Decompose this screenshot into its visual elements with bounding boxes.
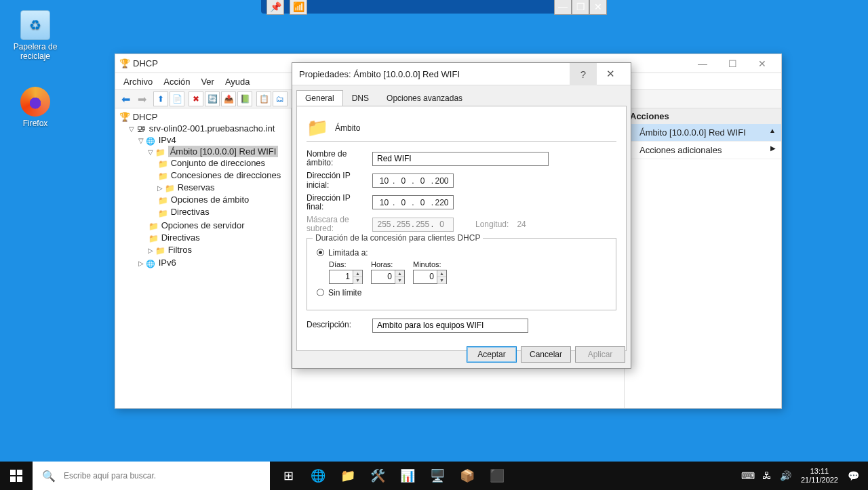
start-button[interactable] [0, 462, 33, 490]
firefox-icon[interactable]: Firefox [12, 87, 58, 128]
minutes-label: Minutos: [413, 260, 447, 268]
tb-refresh-icon[interactable]: 🔄 [205, 91, 220, 106]
tab-dns[interactable]: DNS [343, 90, 378, 106]
tb-extra1-icon[interactable]: 📋 [256, 91, 271, 106]
task-view-icon[interactable]: ⊞ [274, 462, 302, 490]
mask-label: Máscara de subred: [307, 216, 364, 233]
tree-ipv6[interactable]: ▷ IPv6 [138, 257, 287, 269]
explorer-icon[interactable]: 📁 [334, 462, 362, 490]
signal-icon: 📶 [290, 0, 307, 15]
length-label: Longitud: [475, 220, 509, 229]
desc-label: Descripción: [307, 321, 364, 329]
radio-off-icon [317, 289, 324, 296]
recycle-bin-label: Papelera de reciclaje [12, 42, 58, 61]
tree-filters[interactable]: ▷ Filtros [148, 244, 287, 256]
search-placeholder: Escribe aquí para buscar. [64, 471, 156, 481]
menu-accion[interactable]: Acción [158, 75, 195, 88]
pin-icon[interactable]: 📌 [267, 0, 284, 15]
server-manager-icon[interactable]: 🛠️ [363, 462, 392, 490]
tree-ipv4[interactable]: ▽ IPv4 ▽ Ámbito [10.0.0.0] Red WIFI Conj… [138, 134, 287, 257]
taskbar-clock[interactable]: 13:11 21/11/2022 [795, 467, 844, 484]
connbar-close[interactable]: ✕ [589, 0, 607, 15]
nav-back-button[interactable]: ⬅ [118, 91, 133, 106]
cmd-icon[interactable]: ⬛ [483, 462, 511, 490]
tree-scope-opts[interactable]: Opciones de ámbito [157, 194, 287, 206]
actions-more-row[interactable]: Acciones adicionales▶ [625, 142, 781, 159]
menu-ver[interactable]: Ver [195, 75, 220, 88]
mmc-actions-pane: Acciones Ámbito [10.0.0.0] Red WIFI▲ Acc… [624, 108, 781, 408]
scope-properties-dialog: Propiedades: Ámbito [10.0.0.0] Red WIFI … [292, 62, 631, 369]
menu-archivo[interactable]: Archivo [118, 75, 158, 88]
tray-sound-icon[interactable]: 🔊 [776, 470, 795, 481]
app6-icon[interactable]: 📦 [453, 462, 481, 490]
tree-policies[interactable]: Directivas [157, 206, 287, 218]
dialog-help-button[interactable]: ? [570, 63, 597, 85]
tree-reserv[interactable]: ▷ Reservas [157, 182, 287, 194]
tb-props-icon[interactable]: 📄 [170, 91, 184, 106]
tree-root[interactable]: DHCP ▽ srv-olin02-001.pruebasnacho.int ▽… [119, 111, 287, 270]
mmc-close-button[interactable]: ✕ [747, 54, 777, 73]
tree-pool[interactable]: Conjunto de direcciones [157, 157, 287, 169]
minutes-spinner[interactable]: 0 ▲▼ [413, 270, 447, 284]
section-title: Ámbito [335, 123, 360, 133]
length-value: 24 [517, 220, 526, 229]
recycle-bin-icon[interactable]: Papelera de reciclaje [12, 10, 58, 61]
tree-server[interactable]: ▽ srv-olin02-001.pruebasnacho.int ▽ IPv4… [129, 123, 287, 270]
folder-icon: 📁 [307, 117, 328, 138]
tray-network-icon[interactable]: 🖧 [757, 470, 776, 481]
search-icon: 🔍 [42, 470, 56, 483]
mmc-tree: DHCP ▽ srv-olin02-001.pruebasnacho.int ▽… [115, 108, 292, 408]
tab-advanced[interactable]: Opciones avanzadas [378, 90, 471, 106]
tree-srvopts[interactable]: Opciones de servidor [148, 220, 287, 232]
days-label: Días: [329, 260, 363, 268]
taskbar: 🔍 Escribe aquí para buscar. ⊞ 🌐 📁 🛠️ 📊 🖥… [0, 462, 868, 490]
collapse-icon[interactable]: ▲ [769, 127, 776, 134]
apply-button[interactable]: Aplicar [575, 346, 625, 363]
radio-limited[interactable]: Limitada a: [317, 248, 606, 258]
tray-input-icon[interactable]: ⌨ [738, 470, 757, 481]
dialog-titlebar: Propiedades: Ámbito [10.0.0.0] Red WIFI … [292, 63, 631, 85]
rdp-connection-bar: 📌 📶 — ❐ ✕ [261, 0, 607, 14]
app4-icon[interactable]: 📊 [393, 462, 422, 490]
lease-legend: Duración de la concesión para clientes D… [313, 233, 483, 243]
radio-on-icon [317, 249, 324, 256]
cancel-button[interactable]: Cancelar [521, 346, 571, 363]
days-spinner[interactable]: 1 ▲▼ [329, 270, 363, 284]
connbar-minimize[interactable]: — [554, 0, 572, 15]
nav-forward-button[interactable]: ➡ [134, 91, 149, 106]
ipend-label: Dirección IP final: [307, 194, 364, 211]
hours-label: Horas: [371, 260, 405, 268]
expand-icon[interactable]: ▶ [770, 144, 776, 152]
tree-policies2[interactable]: Directivas [148, 232, 287, 244]
scope-name-input[interactable] [372, 152, 549, 166]
description-input[interactable] [372, 319, 528, 333]
hours-spinner[interactable]: 0 ▲▼ [371, 270, 405, 284]
ip-start-input[interactable]: 10. 0. 0. 200 [372, 173, 454, 188]
dialog-close-button[interactable]: ✕ [597, 63, 624, 85]
mmc-minimize-button[interactable]: — [688, 54, 717, 73]
actions-header: Acciones [625, 108, 781, 124]
tab-panel-general: 📁 Ámbito Nombre de ámbito: Dirección IP … [296, 106, 627, 351]
tb-extra2-icon[interactable]: 🗂 [273, 91, 288, 106]
app5-icon[interactable]: 🖥️ [423, 462, 452, 490]
dialog-title: Propiedades: Ámbito [10.0.0.0] Red WIFI [299, 69, 570, 79]
tree-leases[interactable]: Concesiones de direcciones [157, 169, 287, 182]
actions-scope-row[interactable]: Ámbito [10.0.0.0] Red WIFI▲ [625, 124, 781, 142]
ip-end-input[interactable]: 10. 0. 0. 220 [372, 195, 454, 209]
connbar-restore[interactable]: ❐ [572, 0, 589, 15]
dhcp-app-icon [119, 58, 130, 69]
mmc-maximize-button[interactable]: ☐ [717, 54, 747, 73]
tb-export-icon[interactable]: 📤 [221, 91, 236, 106]
edge-icon[interactable]: 🌐 [304, 462, 332, 490]
tree-scope[interactable]: ▽ Ámbito [10.0.0.0] Red WIFI Conjunto de… [148, 146, 287, 219]
tb-delete-icon[interactable]: ✖ [189, 91, 203, 106]
taskbar-search[interactable]: 🔍 Escribe aquí para buscar. [33, 462, 270, 490]
menu-ayuda[interactable]: Ayuda [220, 75, 256, 88]
lease-duration-group: Duración de la concesión para clientes D… [307, 238, 616, 310]
tab-general[interactable]: General [296, 90, 343, 106]
tb-help-icon[interactable]: 📗 [237, 91, 252, 106]
tb-up-icon[interactable]: ⬆ [153, 91, 168, 106]
radio-unlimited[interactable]: Sin límite [317, 288, 606, 298]
tray-notifications-icon[interactable]: 💬 [844, 470, 863, 481]
ok-button[interactable]: Aceptar [467, 346, 517, 363]
